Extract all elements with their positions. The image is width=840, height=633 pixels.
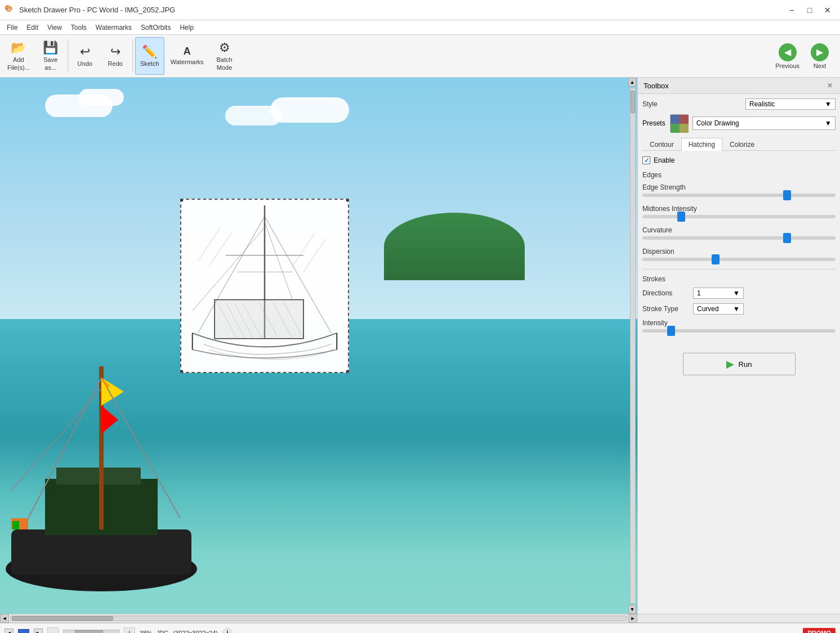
presets-label: Presets: [642, 119, 665, 127]
tab-colorize[interactable]: Colorize: [722, 138, 762, 151]
zoom-track[interactable]: [63, 630, 119, 634]
tab-contour[interactable]: Contour: [642, 138, 681, 151]
midtones-intensity-thumb[interactable]: [677, 212, 685, 222]
menu-bar: File Edit View Tools Watermarks SoftOrbi…: [0, 20, 840, 35]
main-area: ▲ ▼ Toolbox ✕ Style Realistic ▼ Preset: [0, 78, 840, 614]
stroke-type-label: Stroke Type: [642, 305, 693, 313]
watermarks-button[interactable]: A Watermarks: [166, 37, 209, 75]
dispersion-row: Dispersion: [642, 248, 835, 261]
file-dimensions: (3022x3022x24): [173, 630, 218, 634]
minimize-button[interactable]: −: [784, 2, 799, 18]
toolbox-close-button[interactable]: ✕: [825, 81, 834, 90]
presets-select[interactable]: Color Drawing ▼: [692, 116, 835, 130]
zoom-in-btn[interactable]: +: [124, 627, 135, 634]
menu-softorbits[interactable]: SoftOrbits: [136, 22, 175, 33]
tab-hatching[interactable]: Hatching: [681, 138, 722, 151]
redo-button[interactable]: ↪ Redo: [101, 37, 130, 75]
enable-row: Enable: [642, 156, 835, 164]
batch-mode-icon: ⚙: [219, 41, 230, 55]
svg-rect-39: [671, 124, 680, 133]
edge-strength-thumb[interactable]: [783, 190, 791, 200]
zoom-thumb[interactable]: [75, 630, 103, 634]
style-select[interactable]: Realistic ▼: [745, 98, 835, 110]
save-as-button[interactable]: 💾 Saveas...: [36, 37, 65, 75]
next-icon: ▶: [811, 43, 829, 61]
curvature-row: Curvature: [642, 226, 835, 240]
v-scroll-up[interactable]: ▲: [628, 78, 636, 87]
app-icon: 🎨: [5, 5, 16, 16]
presets-select-value: Color Drawing: [696, 119, 739, 127]
edge-strength-track[interactable]: [642, 194, 835, 197]
sketch-label: Sketch: [140, 60, 159, 68]
menu-file[interactable]: File: [2, 22, 22, 33]
stroke-type-value: Curved: [697, 305, 719, 313]
add-files-button[interactable]: 📂 AddFile(s)...: [2, 37, 35, 75]
svg-rect-38: [680, 115, 689, 124]
v-scroll-thumb[interactable]: [631, 91, 635, 113]
maximize-button[interactable]: □: [802, 2, 817, 18]
h-scroll-track[interactable]: [10, 616, 627, 621]
h-scroll-left[interactable]: ◄: [0, 614, 9, 623]
menu-help[interactable]: Help: [175, 22, 198, 33]
midtones-intensity-track[interactable]: [642, 215, 835, 218]
toolbox-header: Toolbox ✕: [638, 78, 840, 94]
directions-select[interactable]: 1 ▼: [693, 288, 744, 299]
midtones-intensity-row: Midtones Intensity: [642, 205, 835, 218]
style-row: Style Realistic ▼: [642, 98, 835, 110]
menu-edit[interactable]: Edit: [22, 22, 43, 33]
svg-line-34: [292, 233, 314, 266]
midtones-intensity-label: Midtones Intensity: [642, 205, 835, 213]
resize-handle-bl[interactable]: [180, 370, 184, 373]
close-button[interactable]: ✕: [820, 2, 835, 18]
sketch-button[interactable]: ✏️ Sketch: [135, 37, 164, 75]
stroke-type-select[interactable]: Curved ▼: [693, 303, 744, 315]
save-as-icon: 💾: [43, 41, 58, 55]
title-bar-text: Sketch Drawer Pro - PC World - IMG_2052.…: [19, 6, 784, 14]
directions-value: 1: [697, 289, 701, 297]
v-scroll-down[interactable]: ▼: [628, 605, 636, 614]
dispersion-thumb[interactable]: [712, 254, 720, 264]
svg-rect-12: [12, 521, 19, 529]
resize-handle-tr[interactable]: [346, 199, 349, 202]
previous-button[interactable]: ◀ Previous: [771, 41, 804, 71]
curvature-thumb[interactable]: [783, 233, 791, 243]
edges-section-header: Edges: [642, 171, 835, 179]
tabs: Contour Hatching Colorize: [642, 138, 835, 151]
curvature-label: Curvature: [642, 226, 835, 234]
sketch-overlay[interactable]: [180, 199, 349, 373]
resize-handle-tl[interactable]: [180, 199, 184, 202]
dispersion-label: Dispersion: [642, 248, 835, 255]
svg-line-19: [193, 227, 265, 311]
curvature-track[interactable]: [642, 236, 835, 240]
h-scroll-right[interactable]: ►: [628, 614, 637, 623]
watermarks-label: Watermarks: [171, 59, 204, 66]
status-prev-btn[interactable]: ◄: [5, 628, 14, 634]
intensity-track[interactable]: [642, 329, 835, 333]
vertical-scrollbar[interactable]: ▲ ▼: [628, 78, 637, 614]
status-next-btn[interactable]: ►: [34, 628, 43, 634]
next-button[interactable]: ▶ Next: [806, 41, 833, 71]
run-button-container: ▶ Run: [642, 344, 835, 375]
run-label: Run: [739, 360, 752, 369]
enable-checkbox[interactable]: [642, 156, 650, 164]
h-scroll-thumb[interactable]: [12, 616, 113, 621]
style-label: Style: [642, 100, 658, 108]
promo-button[interactable]: PROMO: [803, 628, 835, 634]
menu-watermarks[interactable]: Watermarks: [91, 22, 136, 33]
menu-tools[interactable]: Tools: [66, 22, 91, 33]
intensity-thumb[interactable]: [667, 326, 675, 336]
batch-mode-button[interactable]: ⚙ BatchMode: [210, 37, 239, 75]
menu-view[interactable]: View: [43, 22, 66, 33]
undo-button[interactable]: ↩ Undo: [70, 37, 100, 75]
zoom-out-btn[interactable]: −: [47, 627, 59, 634]
run-arrow-icon: ▶: [726, 358, 734, 370]
canvas-area[interactable]: ▲ ▼: [0, 78, 637, 614]
dispersion-track[interactable]: [642, 258, 835, 261]
svg-rect-37: [671, 115, 680, 124]
run-button[interactable]: ▶ Run: [683, 353, 796, 375]
add-files-icon: 📂: [11, 41, 26, 55]
resize-handle-br[interactable]: [346, 370, 349, 373]
svg-rect-3: [56, 468, 141, 484]
sketch-icon: ✏️: [142, 44, 157, 59]
info-button[interactable]: i: [222, 628, 233, 634]
